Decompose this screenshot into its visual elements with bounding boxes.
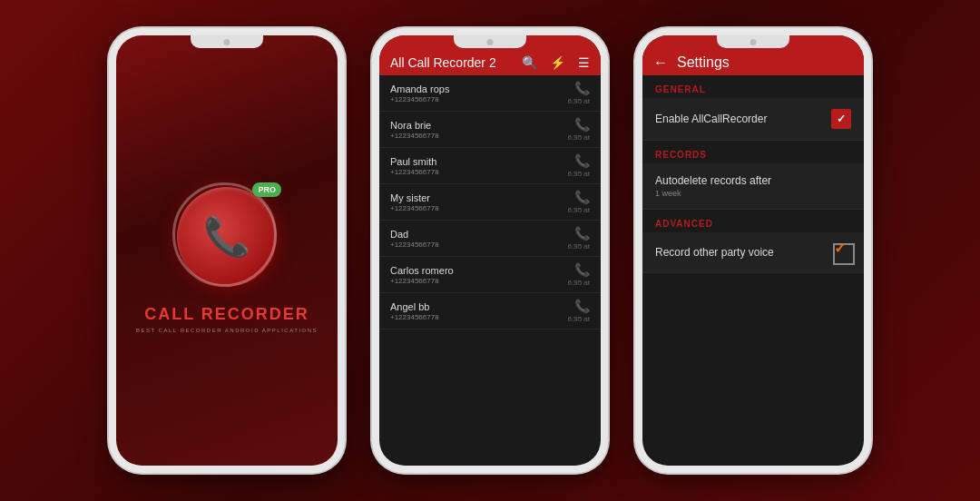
settings-item-info: Autodelete records after 1 week bbox=[655, 174, 771, 198]
call-info: Amanda rops +12234566778 bbox=[390, 84, 568, 103]
settings-item-enable[interactable]: Enable AllCallRecorder bbox=[642, 98, 864, 141]
call-right: 📞 6:95 at bbox=[568, 226, 590, 250]
call-time: 6:95 at bbox=[568, 206, 590, 214]
call-right: 📞 6:95 at bbox=[568, 117, 590, 142]
call-info: Carlos romero +12234566778 bbox=[390, 265, 568, 285]
call-number: +12234566778 bbox=[390, 132, 568, 140]
call-name: My sister bbox=[390, 192, 568, 203]
phone-3-screen: ← Settings GENERAL Enable AllCallRecorde… bbox=[642, 35, 864, 466]
app-bar-icons-2: 🔍 ⚡ ☰ bbox=[522, 55, 590, 70]
incoming-call-icon: 📞 bbox=[574, 299, 590, 313]
call-number: +12234566778 bbox=[390, 277, 568, 285]
call-time: 6:95 at bbox=[568, 315, 590, 323]
logo-ring bbox=[172, 182, 277, 287]
list-item[interactable]: Amanda rops +12234566778 📞 6:95 at bbox=[379, 75, 601, 112]
section-header-records: RECORDS bbox=[642, 141, 864, 163]
autodelete-value: 1 week bbox=[655, 189, 771, 198]
outgoing-call-icon: 📞 bbox=[574, 190, 590, 204]
phone-1: 📞 PRO CALL RECORDER BEST CALL RECORDER A… bbox=[109, 28, 345, 473]
back-button[interactable]: ← bbox=[653, 54, 668, 71]
list-item[interactable]: Carlos romero +12234566778 📞 6:95 at bbox=[379, 257, 601, 293]
pro-badge: PRO bbox=[252, 182, 281, 197]
call-name: Angel bb bbox=[390, 301, 568, 312]
call-info: My sister +12234566778 bbox=[390, 192, 568, 212]
menu-icon[interactable]: ☰ bbox=[578, 55, 590, 70]
incoming-call-icon: 📞 bbox=[574, 81, 590, 95]
call-time: 6:95 at bbox=[568, 133, 590, 142]
phone-2: All Call Recorder 2 🔍 ⚡ ☰ Amanda rops +1… bbox=[372, 28, 608, 473]
call-right: 📞 6:95 at bbox=[568, 153, 590, 178]
call-info: Paul smith +12234566778 bbox=[390, 156, 568, 176]
call-right: 📞 6:95 at bbox=[568, 262, 590, 287]
app-name-highlight: RECORDER bbox=[195, 305, 309, 323]
call-info: Nora brie +12234566778 bbox=[390, 120, 568, 140]
call-time: 6:95 at bbox=[568, 279, 590, 287]
call-name: Nora brie bbox=[390, 120, 568, 131]
phone-2-screen: All Call Recorder 2 🔍 ⚡ ☰ Amanda rops +1… bbox=[379, 35, 601, 466]
section-header-advanced: ADVANCED bbox=[642, 210, 864, 232]
settings-item-autodelete[interactable]: Autodelete records after 1 week bbox=[642, 163, 864, 210]
call-right: 📞 6:95 at bbox=[568, 81, 590, 105]
call-number: +12234566778 bbox=[390, 95, 568, 103]
settings-title: Settings bbox=[677, 54, 730, 71]
search-icon[interactable]: 🔍 bbox=[522, 55, 537, 70]
list-item[interactable]: Paul smith +12234566778 📞 6:95 at bbox=[379, 148, 601, 184]
settings-item-text: Record other party voice bbox=[655, 246, 774, 259]
incoming-call-icon: 📞 bbox=[574, 226, 590, 241]
call-number: +12234566778 bbox=[390, 168, 568, 176]
phone-2-camera bbox=[487, 39, 494, 45]
settings-content: GENERAL Enable AllCallRecorder RECORDS A… bbox=[642, 75, 864, 466]
app-title: CALL RECORDER bbox=[144, 305, 309, 324]
list-item[interactable]: My sister +12234566778 📞 6:95 at bbox=[379, 184, 601, 221]
phone-1-screen: 📞 PRO CALL RECORDER BEST CALL RECORDER A… bbox=[116, 35, 338, 466]
call-name: Amanda rops bbox=[390, 84, 568, 94]
list-item[interactable]: Nora brie +12234566778 📞 6:95 at bbox=[379, 112, 601, 148]
call-info: Angel bb +12234566778 bbox=[390, 301, 568, 321]
section-header-general: GENERAL bbox=[642, 75, 864, 98]
outgoing-call-icon: 📞 bbox=[574, 117, 590, 132]
logo-circle: 📞 bbox=[177, 187, 277, 287]
enable-recorder-checkbox[interactable] bbox=[831, 109, 851, 129]
call-name: Paul smith bbox=[390, 156, 568, 167]
record-other-party-checkbox[interactable] bbox=[833, 243, 851, 261]
record-other-party-label: Record other party voice bbox=[655, 246, 774, 259]
call-time: 6:95 at bbox=[568, 97, 590, 105]
enable-recorder-label: Enable AllCallRecorder bbox=[655, 113, 767, 125]
call-time: 6:95 at bbox=[568, 242, 590, 250]
call-info: Dad +12234566778 bbox=[390, 229, 568, 249]
logo-container: 📞 PRO bbox=[177, 187, 277, 287]
call-right: 📞 6:95 at bbox=[568, 299, 590, 323]
outgoing-call-icon: 📞 bbox=[574, 262, 590, 277]
list-item[interactable]: Angel bb +12234566778 📞 6:95 at bbox=[379, 293, 601, 329]
phone-1-camera bbox=[224, 39, 230, 45]
phone-3-camera bbox=[750, 39, 757, 45]
settings-item-text: Enable AllCallRecorder bbox=[655, 113, 767, 125]
incoming-call-icon: 📞 bbox=[574, 153, 590, 168]
app-subtitle: BEST CALL RECORDER ANDROID APPLICATIONS bbox=[136, 328, 318, 333]
app-name-part1: CALL bbox=[144, 305, 195, 323]
call-right: 📞 6:95 at bbox=[568, 190, 590, 214]
flash-icon[interactable]: ⚡ bbox=[550, 55, 565, 70]
list-item[interactable]: Dad +12234566778 📞 6:95 at bbox=[379, 221, 601, 257]
autodelete-label: Autodelete records after bbox=[655, 174, 771, 187]
call-number: +12234566778 bbox=[390, 204, 568, 212]
app-bar-title-2: All Call Recorder 2 bbox=[390, 55, 522, 70]
call-time: 6:95 at bbox=[568, 170, 590, 178]
settings-item-record-other[interactable]: Record other party voice bbox=[642, 232, 864, 273]
call-name: Carlos romero bbox=[390, 265, 568, 276]
call-number: +12234566778 bbox=[390, 241, 568, 249]
phone-3: ← Settings GENERAL Enable AllCallRecorde… bbox=[635, 28, 871, 473]
call-list: Amanda rops +12234566778 📞 6:95 at Nora … bbox=[379, 75, 601, 466]
call-number: +12234566778 bbox=[390, 313, 568, 321]
call-name: Dad bbox=[390, 229, 568, 240]
